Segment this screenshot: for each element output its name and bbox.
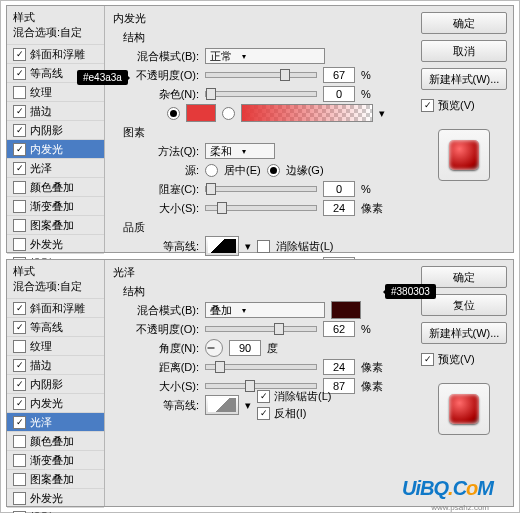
antialias-checkbox[interactable] [257, 240, 270, 253]
sidebar-item[interactable]: 外发光 [7, 234, 104, 253]
styles-sidebar: 样式 混合选项:自定 斜面和浮雕等高线纹理描边内阴影内发光光泽颜色叠加渐变叠加图… [7, 6, 105, 252]
color-hex-tag: #e43a3a [77, 70, 128, 85]
sidebar-item[interactable]: 光泽 [7, 412, 104, 431]
source-center-label: 居中(E) [224, 163, 261, 178]
style-checkbox[interactable] [13, 67, 26, 80]
gradient-picker[interactable] [241, 104, 373, 122]
angle-dial[interactable] [205, 339, 223, 357]
sidebar-item[interactable]: 内阴影 [7, 374, 104, 393]
antialias-checkbox[interactable] [257, 390, 270, 403]
noise-slider[interactable] [205, 91, 317, 97]
new-style-button[interactable]: 新建样式(W)... [421, 322, 507, 344]
inner-glow-panel: 内发光 结构 混合模式(B): 正常▾ 不透明度(O): 67 % 杂色(N):… [105, 6, 415, 252]
sidebar-item[interactable]: 内发光 [7, 393, 104, 412]
preview-checkbox[interactable] [421, 99, 434, 112]
sidebar-item[interactable]: 纹理 [7, 336, 104, 355]
distance-value[interactable]: 24 [323, 359, 355, 375]
style-checkbox[interactable] [13, 435, 26, 448]
blend-mode-select[interactable]: 正常▾ [205, 48, 325, 64]
quality-heading: 品质 [123, 220, 409, 235]
invert-label: 反相(I) [274, 406, 306, 421]
style-checkbox[interactable] [13, 48, 26, 61]
sidebar-item[interactable]: 颜色叠加 [7, 177, 104, 196]
invert-checkbox[interactable] [257, 407, 270, 420]
sidebar-item[interactable]: 图案叠加 [7, 469, 104, 488]
style-checkbox[interactable] [13, 200, 26, 213]
angle-value[interactable]: 90 [229, 340, 261, 356]
sidebar-item[interactable]: 光泽 [7, 158, 104, 177]
blend-mode-select[interactable]: 叠加▾ [205, 302, 325, 318]
sidebar-item[interactable]: 渐变叠加 [7, 450, 104, 469]
style-checkbox[interactable] [13, 473, 26, 486]
sidebar-item[interactable]: 等高线 [7, 317, 104, 336]
sidebar-item-label: 内发光 [30, 396, 63, 411]
style-checkbox[interactable] [13, 454, 26, 467]
blend-mode-label: 混合模式(B): [127, 303, 199, 318]
style-checkbox[interactable] [13, 416, 26, 429]
style-checkbox[interactable] [13, 124, 26, 137]
sidebar-item[interactable]: 内发光 [7, 139, 104, 158]
source-label: 源: [127, 163, 199, 178]
opacity-slider[interactable] [205, 72, 317, 78]
color-swatch[interactable] [186, 104, 216, 122]
sidebar-item[interactable]: 渐变叠加 [7, 196, 104, 215]
chevron-down-icon[interactable]: ▾ [245, 240, 251, 253]
style-checkbox[interactable] [13, 321, 26, 334]
size-slider[interactable] [205, 383, 317, 389]
sidebar-item-label: 内阴影 [30, 123, 63, 138]
sidebar-item-label: 渐变叠加 [30, 199, 74, 214]
distance-slider[interactable] [205, 364, 317, 370]
style-checkbox[interactable] [13, 219, 26, 232]
sidebar-item[interactable]: 斜面和浮雕 [7, 44, 104, 63]
technique-select[interactable]: 柔和▾ [205, 143, 275, 159]
sidebar-item[interactable]: 图案叠加 [7, 215, 104, 234]
sidebar-item-label: 图案叠加 [30, 218, 74, 233]
degrees-unit: 度 [267, 341, 278, 356]
chevron-down-icon[interactable]: ▾ [379, 107, 385, 120]
structure-heading: 结构 [123, 284, 409, 299]
opacity-value[interactable]: 67 [323, 67, 355, 83]
source-edge-radio[interactable] [267, 164, 280, 177]
style-checkbox[interactable] [13, 302, 26, 315]
new-style-button[interactable]: 新建样式(W)... [421, 68, 507, 90]
ok-button[interactable]: 确定 [421, 12, 507, 34]
choke-value[interactable]: 0 [323, 181, 355, 197]
sidebar-item[interactable]: 斜面和浮雕 [7, 298, 104, 317]
sidebar-item[interactable]: 内阴影 [7, 120, 104, 139]
style-checkbox[interactable] [13, 105, 26, 118]
opacity-slider[interactable] [205, 326, 317, 332]
style-checkbox[interactable] [13, 86, 26, 99]
sidebar-item[interactable]: 描边 [7, 355, 104, 374]
choke-slider[interactable] [205, 186, 317, 192]
preview-checkbox[interactable] [421, 353, 434, 366]
opacity-value[interactable]: 62 [323, 321, 355, 337]
gradient-radio[interactable] [222, 107, 235, 120]
noise-value[interactable]: 0 [323, 86, 355, 102]
source-center-radio[interactable] [205, 164, 218, 177]
style-checkbox[interactable] [13, 378, 26, 391]
chevron-down-icon: ▾ [242, 147, 246, 156]
style-checkbox[interactable] [13, 359, 26, 372]
style-checkbox[interactable] [13, 492, 26, 505]
style-checkbox[interactable] [13, 238, 26, 251]
style-checkbox[interactable] [13, 181, 26, 194]
size-slider[interactable] [205, 205, 317, 211]
sidebar-item[interactable]: 投影 [7, 507, 104, 513]
color-swatch[interactable] [331, 301, 361, 319]
layer-style-dialog-inner-glow: 样式 混合选项:自定 斜面和浮雕等高线纹理描边内阴影内发光光泽颜色叠加渐变叠加图… [6, 5, 514, 253]
contour-picker[interactable] [205, 395, 239, 415]
sidebar-item[interactable]: 描边 [7, 101, 104, 120]
cancel-button[interactable]: 取消 [421, 40, 507, 62]
size-value[interactable]: 24 [323, 200, 355, 216]
style-checkbox[interactable] [13, 340, 26, 353]
contour-picker[interactable] [205, 236, 239, 256]
color-radio[interactable] [167, 107, 180, 120]
source-edge-label: 边缘(G) [286, 163, 324, 178]
chevron-down-icon[interactable]: ▾ [245, 399, 251, 412]
sidebar-item-label: 纹理 [30, 339, 52, 354]
style-checkbox[interactable] [13, 397, 26, 410]
style-checkbox[interactable] [13, 143, 26, 156]
sidebar-item[interactable]: 外发光 [7, 488, 104, 507]
sidebar-item[interactable]: 颜色叠加 [7, 431, 104, 450]
style-checkbox[interactable] [13, 162, 26, 175]
